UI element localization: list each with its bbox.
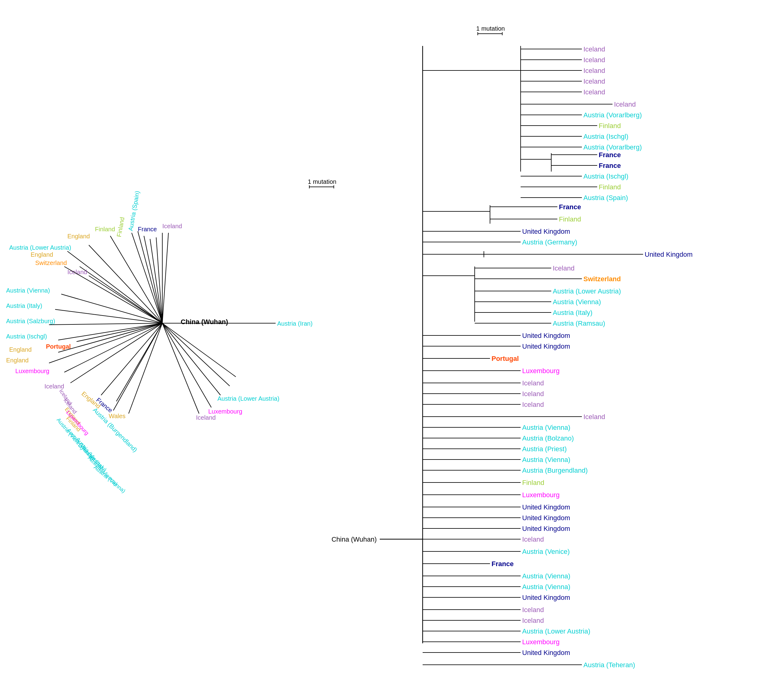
label-austria-vienna-4: Austria (Vienna) [522, 572, 570, 580]
label-switzerland-left: Switzerland [35, 260, 67, 266]
label-uk-5: United Kingdom [522, 503, 570, 511]
label-austria-germany: Austria (Germany) [522, 238, 577, 246]
label-austria-priest: Austria (Priest) [522, 445, 567, 453]
label-austria-vienna-3: Austria (Vienna) [522, 456, 570, 464]
label-uk-4: United Kingdom [522, 342, 570, 350]
label-austria-vienna-2: Austria (Vienna) [522, 424, 570, 431]
svg-line-89 [110, 236, 162, 323]
svg-line-90 [132, 233, 162, 323]
label-uk-8: United Kingdom [522, 594, 570, 601]
label-iceland-6: Iceland [614, 100, 636, 108]
label-iceland-4: Iceland [583, 78, 605, 85]
label-france-1: France [599, 151, 621, 159]
scale-bar-top: 1 mutation [476, 25, 505, 35]
label-iceland-13: Iceland [522, 606, 544, 614]
label-iceland-lower: Iceland [196, 414, 216, 421]
label-austria-spain: Austria (Spain) [583, 194, 628, 201]
label-austria-salzburg: Austria (Salzburg) [6, 318, 55, 325]
label-austria-vienna-1: Austria (Vienna) [553, 298, 601, 306]
label-iceland-3: Iceland [583, 67, 605, 74]
label-austria-vienna-left: Austria (Vienna) [6, 287, 50, 294]
scale-label-top: 1 mutation [476, 25, 505, 32]
label-luxembourg-lower: Luxembourg [208, 408, 242, 415]
label-luxembourg-3: Luxembourg [522, 638, 560, 646]
label-finland-4: Finland [522, 479, 544, 486]
svg-line-92 [144, 236, 162, 323]
label-england-2: England [9, 346, 32, 353]
label-finland-1: Finland [599, 122, 621, 130]
label-austria-italy-1: Austria (Italy) [553, 309, 593, 317]
label-austria-vorarlberg-2: Austria (Vorarlberg) [583, 143, 642, 151]
label-portugal-left: Portugal [46, 343, 71, 350]
label-austria-teheran: Austria (Teheran) [583, 661, 635, 669]
label-iceland-left-2: Iceland [44, 383, 64, 390]
label-uk-3: United Kingdom [522, 332, 570, 339]
label-england-3: England [6, 357, 28, 364]
label-switzerland: Switzerland [583, 275, 621, 283]
label-austria-ischgl-left: Austria (Ischgl) [6, 333, 47, 340]
label-iceland-14: Iceland [522, 617, 544, 624]
svg-line-76 [80, 266, 162, 323]
svg-line-86 [77, 323, 162, 342]
label-austria-vorarlberg-1: Austria (Vorarlberg) [583, 111, 642, 119]
label-uk-1: United Kingdom [522, 228, 570, 235]
svg-line-87 [70, 323, 162, 383]
label-austria-vienna-cluster-5: Austria (Vienna) [92, 464, 126, 494]
label-finland-left: Finland [95, 226, 115, 233]
svg-line-88 [89, 245, 162, 323]
label-france-up: France [138, 226, 157, 233]
svg-line-94 [156, 238, 162, 323]
label-portugal-right: Portugal [492, 355, 519, 363]
label-finland-up: Finland [115, 217, 126, 238]
label-austria-lower-austria-2: Austria (Lower Austria) [522, 627, 590, 635]
label-france-2: France [599, 162, 621, 169]
label-china-wuhan-right: China (Wuhan) [331, 535, 377, 543]
label-iceland-9: Iceland [522, 390, 544, 398]
label-iceland-12: Iceland [522, 535, 544, 543]
svg-line-82 [64, 266, 162, 323]
svg-line-99 [113, 323, 162, 410]
label-luxembourg-1: Luxembourg [522, 367, 560, 375]
svg-line-78 [61, 294, 162, 323]
label-iceland-10: Iceland [522, 401, 544, 409]
label-austria-ramsau: Austria (Ramsau) [553, 320, 605, 327]
label-iceland-11: Iceland [583, 413, 605, 421]
label-austria-ischgl-1: Austria (Ischgl) [583, 133, 628, 140]
label-iceland-1: Iceland [583, 45, 605, 53]
phylogenetic-tree-svg: 1 mutation 1 mutation China (Wuhan) Icel… [0, 0, 784, 681]
label-england-upper: England [67, 233, 90, 239]
main-container: 1 mutation 1 mutation China (Wuhan) Icel… [0, 0, 784, 681]
label-finland-3: Finland [559, 215, 581, 223]
label-austria-spain-up: Austria (Spain) [127, 190, 141, 231]
label-austria-lower-austria-1: Austria (Lower Austria) [553, 287, 621, 295]
label-iceland-8: Iceland [522, 379, 544, 387]
label-iceland-5: Iceland [583, 88, 605, 96]
label-france-3: France [559, 203, 581, 211]
label-austria-lower-austria-lower: Austria (Lower Austria) [217, 395, 279, 402]
svg-line-104 [162, 323, 230, 386]
svg-line-100 [129, 323, 162, 413]
svg-line-102 [162, 323, 211, 407]
label-austria-ischgl-2: Austria (Ischgl) [583, 173, 628, 180]
svg-line-75 [67, 251, 162, 323]
label-france-4: France [492, 560, 514, 568]
label-austria-lower-austria-left: Austria (Lower Austria) [9, 244, 71, 251]
label-austria-vienna-5: Austria (Vienna) [522, 583, 570, 591]
label-finland-2: Finland [599, 183, 621, 191]
svg-line-96 [162, 233, 168, 323]
label-england-1: England [31, 251, 53, 258]
scale-label-middle: 1 mutation [308, 178, 336, 185]
label-iceland-2: Iceland [583, 56, 605, 64]
label-austria-bolzano: Austria (Bolzano) [522, 434, 574, 442]
label-uk-9: United Kingdom [522, 649, 570, 657]
svg-line-79 [55, 309, 162, 323]
label-luxembourg-left: Luxembourg [15, 367, 49, 374]
svg-line-93 [150, 239, 162, 323]
label-uk-2: United Kingdom [645, 250, 693, 258]
label-austria-burgendland-1: Austria (Burgendland) [522, 467, 588, 474]
label-iceland-up: Iceland [162, 223, 182, 230]
svg-line-80 [49, 323, 162, 325]
label-uk-6: United Kingdom [522, 514, 570, 522]
label-luxembourg-2: Luxembourg [522, 491, 560, 499]
label-china-wuhan-left: China (Wuhan) [181, 318, 228, 326]
